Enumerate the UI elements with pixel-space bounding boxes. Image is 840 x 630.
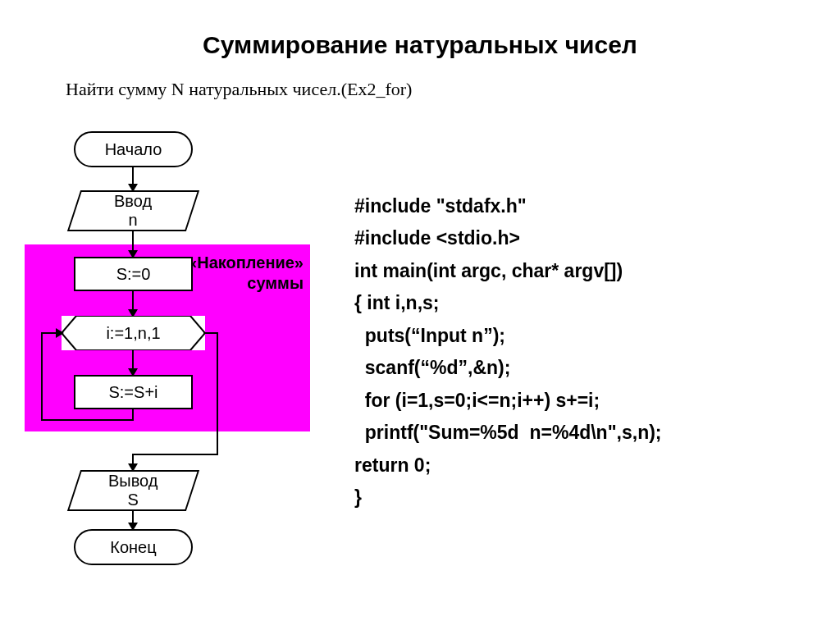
- code-line: return 0;: [354, 454, 431, 476]
- flow-output: Вывод S: [67, 470, 199, 511]
- code-line: for (i=1,s=0;i<=n;i++) s+=i;: [354, 390, 600, 411]
- page-title: Суммирование натуральных чисел: [0, 0, 840, 59]
- flow-loop: i:=1,n,1: [62, 316, 205, 350]
- flow-start: Начало: [74, 131, 193, 167]
- code-listing: #include "stdafx.h" #include <stdio.h> i…: [354, 158, 662, 514]
- accumulation-label: «Накопление» суммы: [180, 253, 304, 294]
- code-line: { int i,n,s;: [354, 292, 440, 313]
- subtitle: Найти сумму N натуральных чисел.(Ex2_for…: [0, 59, 840, 100]
- flow-end: Конец: [74, 529, 193, 565]
- flow-body: S:=S+i: [74, 375, 193, 409]
- code-line: #include "stdafx.h": [354, 195, 527, 217]
- code-line: printf("Sum=%5d n=%4d\n",s,n);: [354, 422, 662, 443]
- code-line: scanf(“%d”,&n);: [354, 357, 510, 378]
- flow-input: Ввод n: [67, 190, 199, 231]
- flow-init: S:=0: [74, 257, 193, 291]
- code-line: }: [354, 486, 362, 508]
- code-line: #include <stdio.h>: [354, 227, 520, 249]
- code-line: puts(“Input n”);: [354, 325, 505, 346]
- code-line: int main(int argc, char* argv[]): [354, 260, 623, 281]
- flowchart: «Накопление» суммы Начало Ввод n S:=0 i:…: [16, 123, 328, 591]
